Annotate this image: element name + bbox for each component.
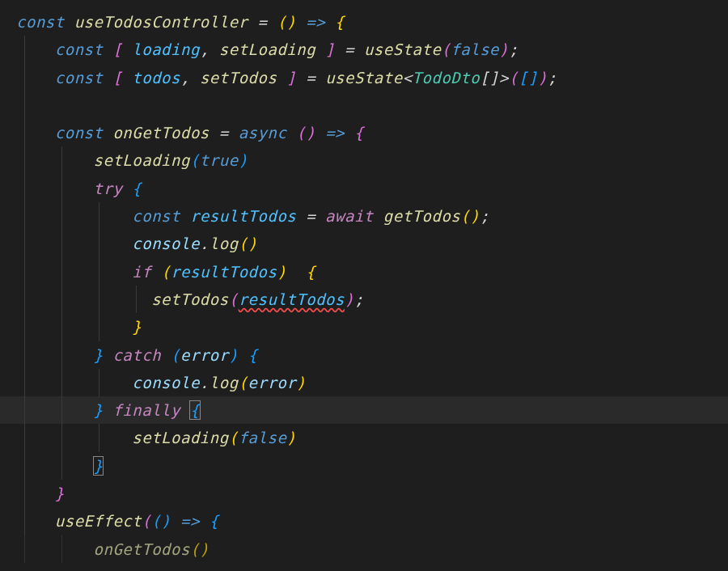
type-name: TodoDto <box>413 69 480 87</box>
code-line[interactable]: } <box>0 480 728 507</box>
variable-error: resultTodos <box>239 290 345 308</box>
code-line-active[interactable]: } finally { <box>0 396 728 424</box>
boolean-literal: true <box>200 151 239 169</box>
code-line[interactable]: setLoading(false) <box>0 424 728 451</box>
keyword-const: const <box>55 124 104 142</box>
object-console: console <box>132 374 200 391</box>
variable: resultTodos <box>190 207 296 225</box>
code-line[interactable]: const useTodosController = () => { <box>0 8 728 36</box>
bracket-match: } <box>93 456 104 476</box>
code-line[interactable]: setLoading(true) <box>0 146 728 174</box>
code-line[interactable]: } <box>0 313 728 340</box>
keyword-catch: catch <box>112 346 161 364</box>
code-line[interactable]: console.log(error) <box>0 369 728 396</box>
code-line[interactable]: if (resultTodos) { <box>0 258 728 286</box>
function-call: useState <box>364 40 442 58</box>
code-line[interactable]: const [ todos, setTodos ] = useState<Tod… <box>0 64 728 91</box>
keyword-const: const <box>132 207 180 225</box>
function-call: useState <box>325 69 403 87</box>
code-line[interactable]: const onGetTodos = async () => { <box>0 119 728 146</box>
code-line[interactable]: useEffect(() => { <box>0 507 728 535</box>
keyword-try: try <box>94 180 123 197</box>
variable: error <box>248 374 297 391</box>
function-call: useEffect <box>55 512 142 530</box>
function-call: getTodos <box>383 207 461 225</box>
variable: error <box>180 346 229 364</box>
function-call: setLoading <box>94 151 190 169</box>
variable: setTodos <box>200 69 277 87</box>
keyword-const: const <box>55 69 104 87</box>
code-line[interactable]: onGetTodos() <box>0 535 728 563</box>
code-line[interactable]: const resultTodos = await getTodos(); <box>0 202 728 230</box>
variable: setLoading <box>219 40 315 58</box>
variable: todos <box>132 69 180 87</box>
code-editor[interactable]: const useTodosController = () => { const… <box>0 0 728 563</box>
keyword-if: if <box>132 263 151 281</box>
keyword-finally: finally <box>112 401 180 419</box>
code-line[interactable]: } catch (error) { <box>0 341 728 369</box>
code-line-empty[interactable] <box>0 91 728 119</box>
function-name: useTodosController <box>74 13 248 31</box>
keyword-async: async <box>239 124 287 142</box>
function-call: setLoading <box>132 429 228 446</box>
bracket-match: { <box>189 400 201 420</box>
code-line[interactable]: } <box>0 452 728 480</box>
method-log: log <box>210 374 239 391</box>
variable: resultTodos <box>171 263 277 281</box>
code-line[interactable]: try { <box>0 175 728 202</box>
keyword-const: const <box>55 40 104 58</box>
keyword-await: await <box>325 207 374 225</box>
code-line[interactable]: setTodos(resultTodos); <box>0 286 728 313</box>
code-line[interactable]: console.log() <box>0 230 728 257</box>
boolean-literal: false <box>451 40 499 58</box>
function-call: setTodos <box>151 290 229 308</box>
keyword-const: const <box>16 13 65 31</box>
function-name: onGetTodos <box>112 124 209 142</box>
variable: loading <box>132 40 200 58</box>
method-log: log <box>210 235 239 252</box>
code-line[interactable]: const [ loading, setLoading ] = useState… <box>0 36 728 63</box>
boolean-literal: false <box>239 429 287 446</box>
object-console: console <box>132 235 200 252</box>
function-call: onGetTodos <box>94 540 190 558</box>
